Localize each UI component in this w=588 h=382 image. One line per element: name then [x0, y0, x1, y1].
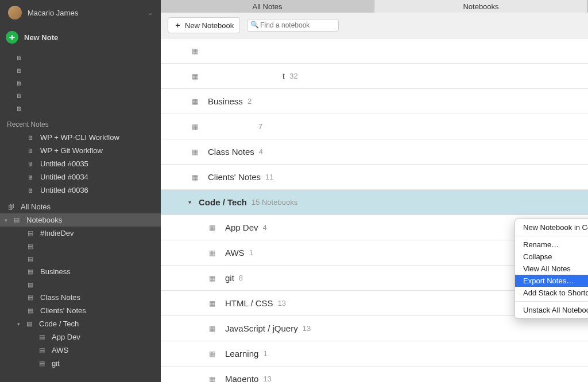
notebook-icon: ▦: [209, 375, 217, 383]
notebook-icon: ▤: [38, 333, 46, 341]
section-recent-notes: Recent Notes: [0, 115, 161, 131]
list-item[interactable]: 🗎: [0, 77, 161, 89]
sidebar-shortcuts: 🗎 🗎 🗎 🗎 🗎: [0, 52, 161, 115]
notebook-icon: ▦: [192, 72, 200, 80]
notebook-row[interactable]: ▦: [161, 38, 588, 64]
profile-name: Macario James: [28, 9, 148, 17]
tab-all-notes[interactable]: All Notes: [161, 0, 374, 13]
note-icon: 🗎: [26, 134, 34, 141]
sidebar-stack-code-tech[interactable]: ▾ ▤ Code / Tech: [0, 317, 161, 330]
plus-icon: ＋: [174, 20, 181, 30]
new-note-button[interactable]: ＋ New Note: [0, 25, 161, 52]
note-icon: 🗎: [26, 161, 34, 167]
plus-icon: ＋: [6, 31, 18, 44]
note-icon: 🗎: [26, 147, 34, 154]
sidebar-notebook-item[interactable]: ▤AWS: [0, 344, 161, 357]
notebook-icon: ▦: [209, 325, 217, 333]
notebook-icon: ▤: [26, 243, 34, 250]
notebook-icon: ▤: [38, 346, 46, 354]
notebook-icon: ▦: [192, 148, 200, 156]
sidebar: Macario James ⌄ ＋ New Note 🗎 🗎 🗎 🗎 🗎 Rec…: [0, 0, 161, 382]
note-icon: 🗎: [26, 187, 34, 194]
notebook-row[interactable]: ▦JavaScript / jQuery13: [161, 316, 588, 341]
new-note-label: New Note: [24, 33, 58, 42]
recent-note-item[interactable]: 🗎Untitled #0036: [0, 184, 161, 197]
menu-separator: [515, 236, 588, 236]
menu-item-collapse[interactable]: Collapse: [515, 251, 588, 263]
notebook-icon: ▦: [209, 350, 217, 358]
notebook-icon: ▤: [26, 281, 34, 289]
menu-item-add-stack-to-shortcuts[interactable]: Add Stack to Shortcuts: [515, 287, 588, 299]
note-icon: 🗎: [15, 54, 23, 61]
sidebar-notebooks-list: ▤#IndieDev ▤ ▤ ▤Business ▤ ▤Class Notes …: [0, 227, 161, 370]
notebook-row[interactable]: ▦Class Notes4: [161, 139, 588, 165]
sidebar-notebook-item[interactable]: ▤: [0, 240, 161, 252]
list-item[interactable]: 🗎: [0, 64, 161, 77]
sidebar-notebook-item[interactable]: ▤: [0, 252, 161, 265]
sidebar-item-all-notes[interactable]: 🗐 All Notes: [0, 200, 161, 213]
sidebar-item-notebooks[interactable]: ▾ ▤ Notebooks: [0, 213, 161, 227]
notebook-row[interactable]: ▦Learning1: [161, 341, 588, 367]
list-item[interactable]: 🗎: [0, 52, 161, 64]
menu-item-export-notes[interactable]: Export Notes…: [515, 275, 588, 287]
notebook-icon: ▦: [209, 249, 217, 257]
search-input[interactable]: [247, 19, 339, 32]
chevron-down-icon: ▾: [188, 199, 196, 205]
account-switcher[interactable]: Macario James ⌄: [0, 0, 161, 25]
sidebar-notebook-item[interactable]: ▤#IndieDev: [0, 227, 161, 240]
sidebar-notebook-item[interactable]: ▤: [0, 278, 161, 291]
note-icon: 🗎: [15, 92, 23, 99]
list-item[interactable]: 🗎: [0, 89, 161, 102]
menu-item-view-all-notes[interactable]: View All Notes: [515, 263, 588, 275]
notes-icon: 🗐: [7, 204, 15, 211]
notebook-icon: ▤: [26, 255, 34, 263]
notebook-icon: ▦: [209, 299, 217, 307]
recent-note-item[interactable]: 🗎Untitled #0035: [0, 157, 161, 170]
new-notebook-button[interactable]: ＋ New Notebook: [168, 17, 240, 33]
notebook-row[interactable]: ▦Business2: [161, 89, 588, 114]
recent-notes-list: 🗎WP + WP-CLI Workflow 🗎WP + Git Workflow…: [0, 131, 161, 197]
window-tabs: All Notes Notebooks: [161, 0, 588, 13]
notebook-icon: ▤: [13, 216, 21, 224]
notebook-icon: ▦: [192, 47, 200, 55]
avatar: [8, 6, 22, 20]
sidebar-notebook-item[interactable]: ▤Business: [0, 265, 161, 278]
menu-item-new-notebook-in-stack[interactable]: New Notebook in Code / Tech: [515, 221, 588, 233]
notebook-icon: ▤: [26, 268, 34, 275]
menu-item-rename[interactable]: Rename…: [515, 239, 588, 251]
search-field[interactable]: 🔍: [247, 19, 339, 32]
chevron-down-icon: ⌄: [148, 9, 153, 17]
sidebar-notebook-item[interactable]: ▤Class Notes: [0, 291, 161, 304]
context-menu: New Notebook in Code / Tech Rename… Coll…: [514, 219, 588, 319]
recent-note-item[interactable]: 🗎WP + Git Workflow: [0, 144, 161, 157]
notebook-icon: ▤: [26, 307, 34, 314]
note-icon: 🗎: [15, 80, 23, 87]
sidebar-notebook-item[interactable]: ▤git: [0, 357, 161, 370]
toolbar: ＋ New Notebook 🔍: [161, 13, 588, 38]
sidebar-notebook-item[interactable]: ▤App Dev: [0, 330, 161, 344]
recent-note-item[interactable]: 🗎WP + WP-CLI Workflow: [0, 131, 161, 144]
notebook-icon: ▤: [25, 320, 33, 328]
tab-notebooks[interactable]: Notebooks: [374, 0, 588, 13]
chevron-down-icon: ▾: [5, 217, 10, 223]
notebook-row[interactable]: ▦t32: [161, 64, 588, 89]
notebook-icon: ▦: [192, 98, 200, 106]
notebook-row[interactable]: ▦7: [161, 114, 588, 139]
notebook-icon: ▦: [209, 274, 217, 282]
notebook-icon: ▤: [38, 360, 46, 367]
note-icon: 🗎: [15, 67, 23, 74]
list-item[interactable]: 🗎: [0, 102, 161, 115]
chevron-down-icon: ▾: [17, 321, 23, 327]
recent-note-item[interactable]: 🗎Untitled #0034: [0, 170, 161, 184]
menu-item-unstack-all[interactable]: Unstack All Notebooks…: [515, 304, 588, 316]
notebook-icon: ▦: [209, 224, 217, 232]
notebooks-list: ▦ ▦t32 ▦Business2 ▦7 ▦Class Notes4 ▦Clie…: [161, 38, 588, 382]
sidebar-notebook-item[interactable]: ▤Clients' Notes: [0, 304, 161, 317]
menu-separator: [515, 301, 588, 302]
notebook-icon: ▤: [26, 229, 34, 237]
note-icon: 🗎: [26, 174, 34, 181]
notebook-row[interactable]: ▦Magento13: [161, 367, 588, 382]
notebook-stack-code-tech[interactable]: ▾ Code / Tech 15 Notebooks: [161, 190, 588, 215]
notebook-icon: ▦: [192, 123, 200, 131]
notebook-row[interactable]: ▦Clients' Notes11: [161, 165, 588, 190]
